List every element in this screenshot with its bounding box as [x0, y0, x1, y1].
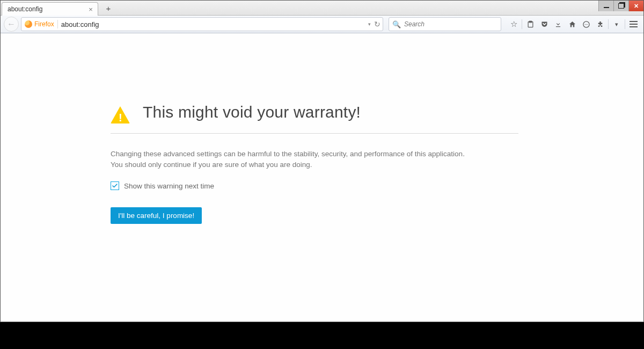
overflow-dropdown-icon[interactable]: ▾	[610, 17, 624, 31]
bookmark-star-icon[interactable]: ☆	[507, 17, 521, 31]
url-bar[interactable]: Firefox about:config ▾ ↻	[21, 17, 383, 31]
window-close-button[interactable]	[628, 1, 643, 11]
search-bar[interactable]: 🔍	[389, 17, 501, 31]
browser-window: about:config × + ← Firefox about:config …	[0, 0, 644, 322]
reload-icon[interactable]: ↻	[374, 20, 380, 28]
show-warning-checkbox[interactable]	[111, 181, 119, 190]
home-icon[interactable]	[565, 17, 579, 31]
svg-point-4	[586, 24, 586, 24]
content-area: This might void your warranty! Changing …	[1, 33, 643, 322]
tab-title: about:config	[8, 5, 87, 13]
warning-description: Changing these advanced settings can be …	[111, 149, 475, 170]
tab-about-config[interactable]: about:config ×	[2, 2, 98, 16]
warranty-warning-panel: This might void your warranty! Changing …	[111, 103, 518, 322]
firefox-icon	[25, 20, 32, 28]
svg-point-3	[584, 24, 585, 24]
identity-label: Firefox	[34, 20, 54, 28]
navigation-toolbar: ← Firefox about:config ▾ ↻ 🔍 ☆	[1, 16, 643, 33]
addon-icon[interactable]	[593, 17, 607, 31]
arrow-left-icon: ←	[7, 19, 16, 29]
hamburger-icon	[630, 21, 638, 27]
toolbar-icons: ☆ ▾	[507, 17, 640, 31]
pocket-icon[interactable]	[537, 17, 551, 31]
svg-point-5	[587, 24, 588, 24]
toolbar-separator	[608, 19, 609, 29]
accept-risk-button[interactable]: I'll be careful, I promise!	[111, 207, 202, 224]
window-controls	[598, 1, 643, 11]
downloads-icon[interactable]	[551, 17, 565, 31]
warning-triangle-icon	[111, 106, 130, 123]
search-input[interactable]	[403, 20, 497, 28]
window-maximize-button[interactable]	[613, 1, 628, 11]
url-text[interactable]: about:config	[61, 20, 368, 28]
back-button[interactable]: ←	[4, 17, 19, 32]
toolbar-separator	[625, 19, 625, 29]
chat-icon[interactable]	[579, 17, 593, 31]
check-icon	[112, 183, 118, 189]
toolbar-separator	[522, 19, 522, 29]
library-icon[interactable]	[523, 17, 537, 31]
menu-button[interactable]	[626, 17, 640, 31]
show-warning-label: Show this warning next time	[124, 182, 214, 190]
close-tab-icon[interactable]: ×	[87, 5, 94, 13]
search-icon: 🔍	[392, 20, 401, 28]
window-minimize-button[interactable]	[598, 1, 613, 11]
tab-strip: about:config × +	[1, 1, 643, 16]
warning-heading: This might void your warranty!	[143, 103, 361, 121]
identity-separator	[57, 20, 58, 28]
history-dropdown-icon[interactable]: ▾	[368, 21, 371, 27]
new-tab-button[interactable]: +	[101, 2, 115, 14]
